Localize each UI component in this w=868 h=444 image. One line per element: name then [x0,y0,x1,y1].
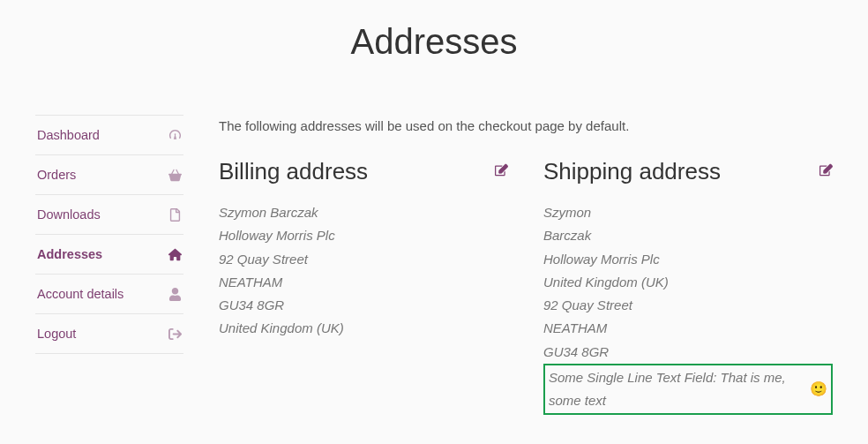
edit-billing-button[interactable] [495,163,508,180]
signout-icon [168,327,182,341]
shipping-address-body: Szymon Barczak Holloway Morris Plc Unite… [543,201,833,415]
address-line: Barczak [543,224,833,247]
page-title: Addresses [0,0,868,115]
sidebar-item-logout[interactable]: Logout [35,313,183,354]
address-line: Holloway Morris Plc [543,248,833,271]
shipping-address-title: Shipping address [543,158,721,185]
account-sidebar: Dashboard Orders Downloads Addresses Acc [35,115,183,415]
home-icon [168,248,182,261]
sidebar-item-label: Dashboard [37,128,100,142]
billing-address-body: Szymon Barczak Holloway Morris Plc 92 Qu… [219,201,508,341]
sidebar-item-downloads[interactable]: Downloads [35,194,183,234]
edit-icon [819,163,833,180]
sidebar-item-account-details[interactable]: Account details [35,274,183,313]
address-line: GU34 8GR [543,341,833,364]
main-content: The following addresses will be used on … [183,115,833,415]
address-line: Szymon [543,201,833,224]
custom-field-text: Some Single Line Text Field: That is me,… [549,366,804,413]
sidebar-item-orders[interactable]: Orders [35,154,183,194]
sidebar-item-label: Logout [37,327,76,341]
sidebar-item-label: Account details [37,287,123,301]
sidebar-item-label: Orders [37,168,76,182]
shipping-address-column: Shipping address Szymon Barczak Holloway… [543,158,833,415]
sidebar-item-label: Addresses [37,247,102,261]
smile-emoji: 🙂 [810,377,827,402]
edit-icon [495,163,508,180]
address-line: United Kingdom (UK) [219,317,508,340]
address-line: 92 Quay Street [219,248,508,271]
address-line: United Kingdom (UK) [543,271,833,294]
dashboard-icon [168,129,182,142]
sidebar-item-label: Downloads [37,207,101,222]
address-line: GU34 8GR [219,294,508,317]
address-line: NEATHAM [219,271,508,294]
address-line: Holloway Morris Plc [219,224,508,247]
sidebar-item-dashboard[interactable]: Dashboard [35,115,183,154]
billing-address-column: Billing address Szymon Barczak Holloway … [219,158,508,415]
user-icon [168,288,182,301]
address-line: Szymon Barczak [219,201,508,224]
address-line: 92 Quay Street [543,294,833,317]
edit-shipping-button[interactable] [819,163,833,180]
billing-address-title: Billing address [219,158,368,185]
custom-field-highlight: Some Single Line Text Field: That is me,… [543,364,833,416]
address-line: NEATHAM [543,317,833,340]
file-icon [168,208,182,222]
basket-icon [168,169,182,182]
sidebar-item-addresses[interactable]: Addresses [35,234,183,274]
intro-text: The following addresses will be used on … [219,118,833,133]
